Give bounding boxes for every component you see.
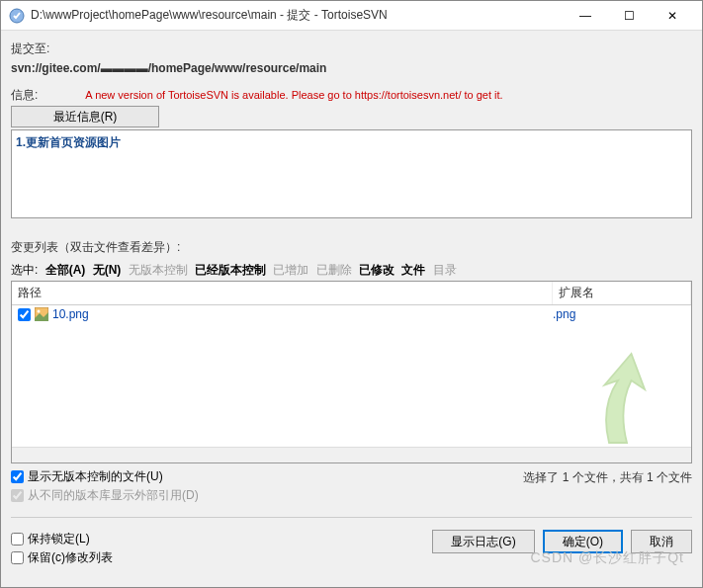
file-list[interactable]: 路径 扩展名 10.png .png [11, 281, 692, 463]
file-name: 10.png [52, 307, 89, 321]
keep-changelist-checkbox[interactable] [11, 551, 24, 564]
show-externals-label: 从不同的版本库显示外部引用(D) [28, 487, 199, 504]
recent-messages-button[interactable]: 最近信息(R) [11, 106, 159, 127]
minimize-button[interactable]: — [564, 2, 607, 30]
show-externals-checkbox [11, 489, 24, 502]
keep-locks-checkbox[interactable] [11, 533, 24, 546]
show-unversioned-label: 显示无版本控制的文件(U) [28, 468, 163, 485]
horizontal-scrollbar[interactable] [12, 447, 691, 462]
titlebar: D:\wwwProject\homePage\www\resource\main… [1, 1, 702, 31]
filter-versioned[interactable]: 已经版本控制 [195, 263, 266, 277]
filter-modified[interactable]: 已修改 [359, 263, 395, 277]
commit-message-input[interactable] [11, 129, 692, 218]
commit-to-label: 提交至: [11, 41, 692, 57]
divider [11, 517, 692, 518]
list-header: 路径 扩展名 [12, 282, 691, 305]
col-ext[interactable]: 扩展名 [553, 282, 691, 304]
message-label: 信息: [11, 87, 38, 104]
filter-unversioned[interactable]: 无版本控制 [129, 263, 188, 277]
keep-changelist-label: 保留(c)修改列表 [28, 549, 113, 566]
commit-dialog: D:\wwwProject\homePage\www\resource\main… [0, 0, 703, 588]
close-button[interactable]: ✕ [651, 2, 694, 30]
filter-none[interactable]: 无(N) [93, 263, 122, 277]
changelist-label: 变更列表（双击文件查看差异）: [11, 239, 692, 256]
commit-arrow-icon [582, 344, 671, 453]
filter-all[interactable]: 全部(A) [45, 263, 86, 277]
svg-point-2 [38, 310, 41, 313]
ok-button[interactable]: 确定(O) [543, 530, 623, 553]
image-file-icon [35, 307, 48, 321]
cancel-button[interactable]: 取消 [631, 530, 692, 553]
filter-files[interactable]: 文件 [401, 263, 425, 277]
filter-added[interactable]: 已增加 [273, 263, 308, 277]
filter-dirs[interactable]: 目录 [433, 263, 457, 277]
filter-selected-label: 选中: [11, 263, 38, 277]
app-icon [9, 8, 25, 24]
show-unversioned-checkbox[interactable] [11, 470, 24, 483]
show-log-button[interactable]: 显示日志(G) [432, 530, 534, 553]
maximize-button[interactable]: ☐ [607, 2, 651, 30]
col-path[interactable]: 路径 [12, 282, 553, 304]
repo-url: svn://gitee.com/▬▬▬▬/homePage/www/resour… [11, 59, 692, 83]
selection-status: 选择了 1 个文件，共有 1 个文件 [523, 467, 692, 486]
file-ext: .png [547, 307, 685, 321]
filter-row: 选中: 全部(A) 无(N) 无版本控制 已经版本控制 已增加 已删除 已修改 … [11, 258, 692, 281]
keep-locks-label: 保持锁定(L) [28, 531, 90, 547]
window-title: D:\wwwProject\homePage\www\resource\main… [31, 7, 564, 24]
file-checkbox[interactable] [18, 308, 31, 321]
update-notice: A new version of TortoiseSVN is availabl… [45, 89, 692, 101]
filter-deleted[interactable]: 已删除 [316, 263, 352, 277]
table-row[interactable]: 10.png .png [12, 305, 691, 323]
